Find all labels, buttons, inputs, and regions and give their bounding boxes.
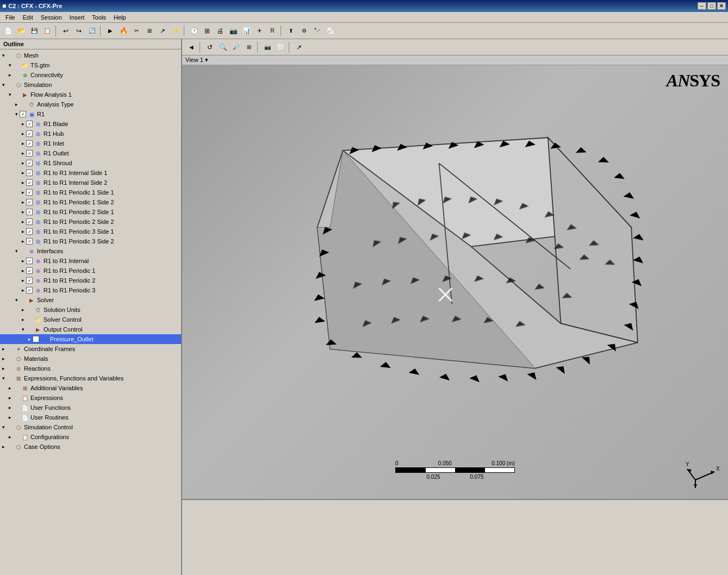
tree-item-flow-analysis[interactable]: ▾▶Flow Analysis 1: [0, 90, 181, 99]
close-button[interactable]: ✕: [717, 2, 726, 10]
tree-item-sim-control[interactable]: ▾⬡Simulation Control: [0, 422, 181, 432]
vtb-zoom-out[interactable]: 🔎: [230, 41, 242, 53]
tree-item-configurations[interactable]: ▸📋Configurations: [0, 432, 181, 442]
tb-view3d[interactable]: 🔭: [311, 25, 323, 37]
expander[interactable]: ▸: [20, 189, 26, 196]
menu-help[interactable]: Help: [110, 13, 129, 22]
tree-item-reactions[interactable]: ▸⊚Reactions: [0, 364, 181, 373]
expander[interactable]: ▸: [20, 277, 26, 284]
expander[interactable]: ▸: [20, 199, 26, 205]
checkbox[interactable]: ✓: [26, 209, 33, 215]
tb-redo[interactable]: ↪: [73, 25, 85, 37]
tb-mesh[interactable]: ⊞: [144, 25, 155, 37]
checkbox[interactable]: ✓: [26, 140, 33, 147]
vtb-zoom-fit[interactable]: ⊞: [243, 41, 255, 53]
menu-file[interactable]: File: [2, 13, 18, 22]
expander[interactable]: ▸: [0, 365, 7, 372]
tree-item-simulation[interactable]: ▾⬡Simulation: [0, 80, 181, 90]
expander[interactable]: ▸: [20, 307, 26, 313]
checkbox[interactable]: ✓: [26, 238, 33, 245]
tb-cut[interactable]: ✂: [130, 25, 142, 37]
tb-chart[interactable]: 📊: [240, 25, 252, 37]
tb-solver[interactable]: ⚙: [298, 25, 310, 37]
checkbox[interactable]: ✓: [33, 336, 39, 342]
checkbox[interactable]: ✓: [26, 199, 33, 205]
tree-item-r1-internal-s2[interactable]: ▸✓⊞R1 to R1 Internal Side 2: [0, 178, 181, 188]
checkbox[interactable]: ✓: [20, 111, 26, 117]
expander[interactable]: ▸: [20, 150, 26, 157]
expander[interactable]: ▸: [20, 170, 26, 176]
tree-item-r1-periodic1-s2[interactable]: ▸✓⊞R1 to R1 Periodic 1 Side 2: [0, 197, 181, 207]
tb-refresh[interactable]: 🔄: [86, 25, 98, 37]
expander[interactable]: ▾: [0, 375, 7, 382]
expander[interactable]: ▸: [0, 355, 7, 362]
tree-item-user-routines[interactable]: ▸📄User Routines: [0, 412, 181, 422]
tb-flame[interactable]: 🔥: [117, 25, 129, 37]
minimize-button[interactable]: ─: [698, 2, 706, 10]
tree-item-iface-periodic3[interactable]: ▸✓⊛R1 to R1 Periodic 3: [0, 285, 181, 295]
checkbox[interactable]: ✓: [26, 170, 33, 176]
tree-item-mesh[interactable]: ▾⬡Mesh: [0, 51, 181, 60]
expander[interactable]: ▸: [20, 121, 26, 127]
tree-item-solver[interactable]: ▾▶Solver: [0, 295, 181, 305]
tb-post[interactable]: 📈: [324, 25, 336, 37]
tree-item-r1-inlet[interactable]: ▸✓⊞R1 Inlet: [0, 139, 181, 148]
tb-clock[interactable]: 🕐: [188, 25, 200, 37]
tree-item-iface-internal[interactable]: ▸✓⊛R1 to R1 Internal: [0, 256, 181, 266]
checkbox[interactable]: ✓: [26, 179, 33, 186]
view-label[interactable]: View 1 ▾: [182, 55, 728, 65]
expander[interactable]: ▾: [13, 111, 20, 117]
menu-tools[interactable]: Tools: [89, 13, 109, 22]
expander[interactable]: ▸: [20, 209, 26, 215]
expander[interactable]: ▸: [0, 346, 7, 352]
tree-item-r1-internal-s1[interactable]: ▸✓⊞R1 to R1 Internal Side 1: [0, 168, 181, 178]
expander[interactable]: ▾: [13, 248, 20, 254]
tree-item-case-options[interactable]: ▸⬡Case Options: [0, 442, 181, 452]
tree-item-coord-frames[interactable]: ▸✦Coordinate Frames: [0, 344, 181, 354]
checkbox[interactable]: ✓: [26, 130, 33, 137]
tree-item-connectivity[interactable]: ▸⊕Connectivity: [0, 70, 181, 80]
viewport[interactable]: ANSYS: [182, 65, 728, 499]
tree-item-r1-periodic2-s2[interactable]: ▸✓⊞R1 to R1 Periodic 2 Side 2: [0, 217, 181, 227]
tree-item-materials[interactable]: ▸⬡Materials: [0, 354, 181, 364]
tree-item-r1-blade[interactable]: ▸✓⊞R1 Blade: [0, 119, 181, 129]
checkbox[interactable]: ✓: [26, 228, 33, 235]
maximize-button[interactable]: □: [707, 2, 716, 10]
tree-item-iface-periodic2[interactable]: ▸✓⊛R1 to R1 Periodic 2: [0, 276, 181, 285]
expander[interactable]: ▾: [0, 52, 7, 59]
tree-item-expressions[interactable]: ▾⊠Expressions, Functions and Variables: [0, 373, 181, 383]
vtb-arrow[interactable]: ↗: [293, 41, 305, 53]
vtb-zoom-in[interactable]: 🔍: [217, 41, 229, 53]
menu-insert[interactable]: Insert: [66, 13, 88, 22]
tree-item-additional-vars[interactable]: ▸⊠Additional Variables: [0, 383, 181, 393]
checkbox[interactable]: ✓: [26, 189, 33, 196]
vtb-camera[interactable]: 📷: [262, 41, 273, 53]
tb-arrow[interactable]: ↗: [157, 25, 169, 37]
expander[interactable]: ▾: [0, 424, 7, 430]
tree-item-solver-control[interactable]: ▸📁Solver Control: [0, 315, 181, 324]
tree-item-r1-periodic3-s2[interactable]: ▸✓⊞R1 to R1 Periodic 3 Side 2: [0, 236, 181, 246]
checkbox[interactable]: ✓: [26, 150, 33, 157]
tree-item-ts-gtm[interactable]: ▾📁TS.gtm: [0, 60, 181, 70]
tree-item-r1-periodic2-s1[interactable]: ▸✓⊞R1 to R1 Periodic 2 Side 1: [0, 207, 181, 217]
vtb-back[interactable]: ◄: [185, 41, 197, 53]
tb-lightning[interactable]: ⚡: [170, 25, 182, 37]
expander[interactable]: ▸: [20, 287, 26, 293]
expander[interactable]: ▸: [26, 336, 33, 342]
checkbox[interactable]: ✓: [26, 267, 33, 274]
expander[interactable]: ▾: [7, 91, 13, 98]
expander[interactable]: ▸: [20, 218, 26, 225]
tree-item-r1-hub[interactable]: ▸✓⊞R1 Hub: [0, 129, 181, 139]
expander[interactable]: ▸: [20, 130, 26, 137]
tb-camera[interactable]: 📷: [227, 25, 239, 37]
tree-item-r1-outlet[interactable]: ▸✓⊞R1 Outlet: [0, 148, 181, 158]
tb-plane[interactable]: ✈: [253, 25, 265, 37]
tree-item-r1-periodic1-s1[interactable]: ▸✓⊞R1 to R1 Periodic 1 Side 1: [0, 188, 181, 197]
expander[interactable]: ▸: [20, 258, 26, 264]
expander[interactable]: ▸: [7, 72, 13, 78]
tb-print[interactable]: 🖨: [214, 25, 226, 37]
menu-edit[interactable]: Edit: [20, 13, 36, 22]
tree-item-r1-shroud[interactable]: ▸✓⊞R1 Shroud: [0, 158, 181, 168]
expander[interactable]: ▸: [20, 316, 26, 323]
tree-item-solution-units[interactable]: ▸⏱Solution Units: [0, 305, 181, 315]
